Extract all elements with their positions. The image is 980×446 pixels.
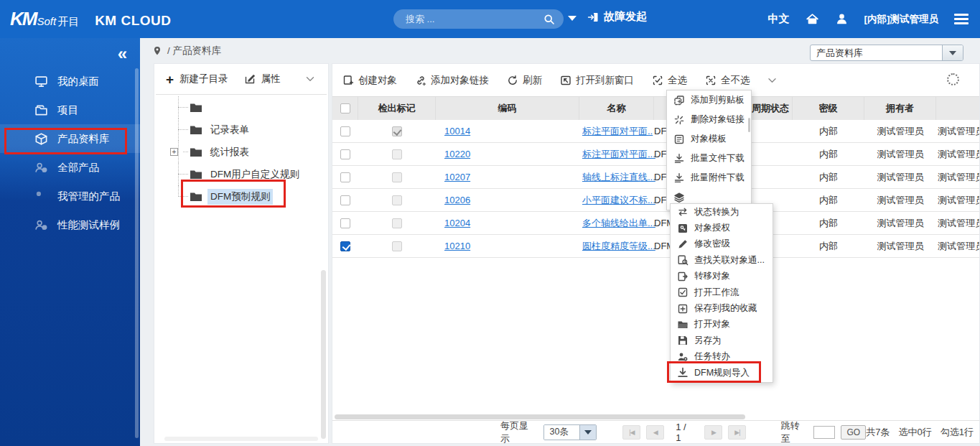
col-name[interactable]: 名称 [579,97,654,120]
menu-item-batch-file-download[interactable]: 批量文件下载 [667,149,751,168]
col-secrecy[interactable]: 密级 [793,97,864,120]
table-row[interactable]: 10220 标注平面对平面... DFM 内部 测试管理员 测试管理员 [332,143,980,166]
menu-item-modify-secrecy[interactable]: 修改密级 [671,236,773,252]
row-checkbox[interactable] [340,195,350,205]
row-checkbox[interactable] [340,241,350,251]
code-link[interactable]: 10206 [444,195,470,205]
home-icon[interactable] [806,12,819,26]
per-page-select[interactable]: 30条 [543,424,597,440]
row-checkbox[interactable] [340,218,350,228]
prev-page-button[interactable]: ◀ [646,425,664,440]
last-page-button[interactable]: ▶| [728,425,746,440]
menu-item-remove-object-link[interactable]: 删除对象链接 [667,110,751,129]
sidebar-item-performance-test-samples[interactable]: 性能测试样例 [0,210,140,239]
menu-item-find-related-objects[interactable]: 查找关联对象通... [671,252,773,268]
sidebar-item-product-library[interactable]: 产品资料库 [0,124,140,153]
user-icon[interactable] [835,12,849,26]
col-extra[interactable] [936,97,980,120]
code-link[interactable]: 10210 [444,241,470,251]
sidebar-item-all-products[interactable]: 全部产品 [0,153,140,182]
sidebar-collapse-icon[interactable]: « [118,44,127,64]
table-row[interactable]: 10014 标注平面对平面.. DFM 内部 测试管理员 测试管理员 [332,120,980,143]
tree-expander-icon[interactable]: + [170,148,178,156]
tree-item-dfm-preset-rules[interactable]: DFM预制规则 [154,185,328,208]
summary-total: 共7条 [866,426,890,439]
open-new-window-button[interactable]: 打开到新窗口 [560,74,634,87]
row-checkbox[interactable] [340,149,350,159]
sidebar-item-my-managed-products[interactable]: 我管理的产品 [0,182,140,210]
menu-item-dfm-rule-import[interactable]: DFM规则导入 [671,365,773,381]
table-row[interactable]: 10204 多个轴线给出单... DFM 内部 测试管理员 测试管理员 [332,212,980,235]
name-link[interactable]: 小平面建议不标... [582,194,655,207]
search-icon[interactable] [543,14,555,25]
row-checkbox[interactable] [340,126,350,136]
hamburger-menu-icon[interactable] [954,14,969,24]
name-link[interactable]: 圆柱度精度等级... [582,240,655,253]
per-page-arrow-button[interactable] [579,425,596,440]
toolbar-more-chevron-icon[interactable] [765,75,779,86]
first-page-button[interactable]: |◀ [622,425,640,440]
library-select[interactable]: 产品资料库 [810,45,963,61]
col-owner[interactable]: 拥有者 [864,97,936,120]
sidebar-item-projects[interactable]: 项目 [0,96,140,124]
name-link[interactable]: 标注平面对平面... [582,148,655,161]
tree-scrollbar[interactable] [321,270,326,439]
table-row[interactable]: 10207 轴线上标注直线... DFM 内部 测试管理员 测试管理员 [332,166,980,189]
properties-button[interactable]: 属性 [261,73,281,85]
menu-item-save-as[interactable]: 另存为 [671,333,773,348]
sync-status-icon[interactable] [947,73,959,85]
col-checkout[interactable]: 检出标记 [358,97,436,120]
code-link[interactable]: 10207 [444,172,470,182]
deselect-all-button[interactable]: 全不选 [705,74,750,87]
table-horizontal-scrollbar[interactable] [335,414,745,419]
code-link[interactable]: 10204 [444,218,470,228]
menu-item-save-to-favorites[interactable]: 保存到我的收藏 [671,300,773,316]
tree-horizontal-scrollbar[interactable] [164,437,318,441]
tree-item-unnamed[interactable] [154,96,328,119]
code-link[interactable]: 10220 [444,149,470,159]
name-link[interactable]: 多个轴线给出单... [582,217,655,230]
tree-item-record-forms[interactable]: 记录表单 [154,119,328,141]
menu-item-change-state[interactable]: 状态转换为 [671,204,773,220]
current-user[interactable]: [内部]测试管理员 [864,13,939,26]
header-checkbox[interactable] [340,103,350,113]
select-all-button[interactable]: 全选 [652,74,687,87]
go-button[interactable]: GO [841,425,866,440]
menu-scrollbar[interactable] [748,118,750,132]
search-scope-caret[interactable] [568,16,577,21]
per-page-label: 每页显示 [500,419,536,445]
menu-item-object-authorization[interactable]: 对象授权 [671,220,773,236]
refresh-button[interactable]: 刷新 [507,74,542,87]
name-link[interactable]: 轴线上标注直线... [582,171,655,184]
next-page-button[interactable]: ▶ [704,425,722,440]
menu-item-open-workflow[interactable]: 打开工作流 [671,284,773,300]
new-subdirectory-button[interactable]: 新建子目录 [179,73,228,85]
menu-item-batch-attachment-download[interactable]: 批量附件下载 [667,168,751,187]
search-input[interactable] [393,14,543,24]
sidebar-scrollbar[interactable] [135,68,139,438]
menu-item-object-template[interactable]: 对象模板 [667,129,751,149]
global-search[interactable] [393,9,564,29]
tree-item-dfm-user-rules[interactable]: DFM用户自定义规则 [154,163,328,185]
menu-item-transfer-object[interactable]: 转移对象 [671,269,773,284]
language-switch[interactable]: 中文 [768,12,790,26]
library-select-arrow-button[interactable] [942,45,963,60]
menu-item-task-transfer[interactable]: 任务转办 [671,349,773,365]
add-object-link-button[interactable]: 添加对象链接 [415,74,489,87]
menu-item-open-object[interactable]: 打开对象 [671,317,773,333]
result-summary: 共7条 选中0行 勾选1行 [866,426,979,439]
fault-initiate-button[interactable]: 故障发起 [587,10,647,24]
jump-to-input[interactable] [813,426,835,439]
name-link[interactable]: 标注平面对平面.. [582,125,653,138]
tree-item-statistics-reports[interactable]: + 统计报表 [154,141,328,163]
row-checkbox[interactable] [340,172,350,182]
sidebar-item-my-desktop[interactable]: 我的桌面 [0,67,140,96]
menu-item-add-to-clipboard[interactable]: 添加到剪贴板 [667,90,751,110]
table-row[interactable]: 10210 圆柱度精度等级... DFM 内部 测试管理员 测试管理员 [332,235,980,258]
chevron-down-icon [949,51,956,55]
create-object-button[interactable]: 创建对象 [342,74,397,87]
table-row[interactable]: 10206 小平面建议不标... DFM 内部 测试管理员 测试管理员 [332,189,980,212]
chevron-down-icon[interactable] [304,73,317,85]
col-code[interactable]: 编码 [436,97,579,120]
code-link[interactable]: 10014 [444,126,470,136]
